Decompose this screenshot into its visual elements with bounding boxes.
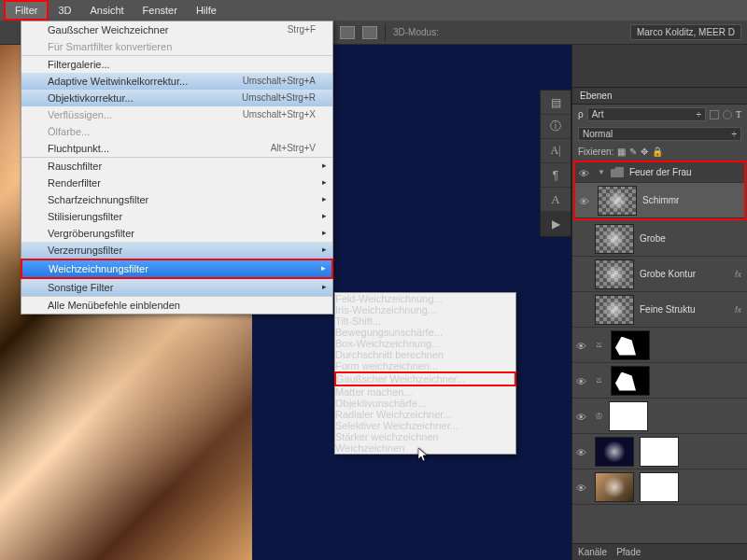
lock-all-icon[interactable]: 🔒 [652,147,663,157]
layer-group-row[interactable]: 👁 ▼ Feuer der Frau [575,162,744,183]
dock-info-icon[interactable]: ⓘ [541,115,571,139]
submenu-blur-more[interactable]: Stärker weichzeichnen [335,431,515,442]
visibility-icon[interactable]: 👁 [576,376,589,385]
layers-list: 👁 ▼ Feuer der Frau 👁 Schimmr Grobe [572,160,747,543]
layer-name: Grobe Kontur [640,269,696,279]
layer-row[interactable]: 👁 [572,469,747,505]
tab-pfade[interactable]: Pfade [616,547,641,557]
lock-move-icon[interactable]: ✥ [641,147,648,157]
menu-filter-gallery[interactable]: Filtergalerie... [21,56,332,73]
menu-ansicht[interactable]: Ansicht [81,2,134,19]
dock-histogram-icon[interactable]: ▤ [541,91,571,115]
submenu-gaussian-blur[interactable]: Gaußscher Weichzeichner... [336,373,514,385]
menu-adaptive-wide[interactable]: Adaptive Weitwinkelkorrektur...Umschalt+… [21,73,332,90]
visibility-icon[interactable] [576,234,589,244]
menu-filter[interactable]: Filter [4,0,49,21]
visibility-icon[interactable]: 👁 [576,447,589,456]
submenu-tilt-shift: Tilt-Shift... [335,315,515,327]
menu-sharpen[interactable]: Scharfzeichnungsfilter [21,191,332,208]
menu-stylize[interactable]: Stilisierungsfilter [21,208,332,225]
layer-row[interactable]: Grobe [572,221,747,257]
dock-paragraph-icon[interactable]: ¶ [541,163,571,188]
blend-mode-select[interactable]: Normal÷ [578,127,741,141]
menu-lens-correction[interactable]: Objektivkorrektur...Umschalt+Strg+R [21,90,332,106]
menu-hilfe[interactable]: Hilfe [187,2,226,19]
filter-menu-dropdown: Gaußscher WeichzeichnerStrg+F Für Smartf… [21,21,333,315]
menu-fenster[interactable]: Fenster [134,2,187,19]
layer-row[interactable]: 👁 ద [572,328,747,363]
filter-text-icon[interactable]: T [736,109,741,119]
lock-brush-icon[interactable]: ✎ [629,147,637,157]
submenu-average[interactable]: Durchschnitt berechnen [335,349,515,360]
right-panel: Ebenen ρ Art÷ T Normal÷ Fixieren: ▦ ✎ ✥ … [571,45,747,560]
layer-row[interactable]: Grobe Kontur fx [572,257,747,292]
tool-icon[interactable] [340,26,355,39]
submenu-field-blur: Feld-Weichzeichnung... [335,293,515,304]
layer-thumb[interactable] [598,186,637,216]
submenu-selective-blur[interactable]: Selektiver Weichzeichner... [335,420,515,431]
visibility-icon[interactable]: 👁 [576,341,589,350]
submenu-shape-blur[interactable]: Form weichzeichnen... [335,360,515,371]
fx-badge[interactable]: fx [735,270,741,279]
tab-kanale[interactable]: Kanäle [578,547,607,557]
layer-row[interactable]: 👁 ద [572,363,747,399]
layer-row[interactable]: 👁 ♔ [572,399,747,434]
filter-adjust-icon[interactable] [723,110,732,119]
menu-liquify: Verflüssigen...Umschalt+Strg+X [21,106,332,123]
layer-row[interactable]: 👁 [572,434,747,469]
submenu-motion-blur[interactable]: Bewegungsunschärfe... [335,327,515,338]
layer-row-selected[interactable]: 👁 Schimmr [575,183,744,218]
visibility-icon[interactable]: 👁 [579,168,592,177]
layer-thumb[interactable] [595,437,634,467]
submenu-lens-blur: Objektivunschärfe... [335,398,515,409]
menu-distort[interactable]: Verzerrungsfilter [21,242,332,259]
layer-thumb[interactable] [611,330,650,360]
dock-play-icon[interactable]: ▶ [541,212,571,236]
visibility-icon[interactable] [576,270,589,279]
menu-vanishing-point[interactable]: Fluchtpunkt...Alt+Strg+V [21,140,332,158]
menu-noise[interactable]: Rauschfilter [21,158,332,175]
layer-row[interactable]: Feine Struktu fx [572,292,747,328]
visibility-icon[interactable] [576,305,589,315]
menu-last-filter[interactable]: Gaußscher WeichzeichnerStrg+F [21,21,332,38]
visibility-icon[interactable]: 👁 [576,483,589,492]
submenu-box-blur[interactable]: Box-Weichzeichnung... [335,338,515,349]
layer-thumb[interactable] [595,472,634,502]
submenu-radial-blur[interactable]: Radialer Weichzeichner... [335,409,515,420]
layer-mask-thumb[interactable] [640,472,679,502]
menubar: Filter 3D Ansicht Fenster Hilfe [0,0,747,21]
menu-pixelate[interactable]: Vergröberungsfilter [21,225,332,242]
layer-filter-select[interactable]: Art÷ [587,107,706,121]
menu-render[interactable]: Renderfilter [21,175,332,191]
submenu-matte[interactable]: Matter machen... [335,386,515,398]
layer-thumb[interactable] [611,366,650,396]
layer-mask-thumb[interactable] [640,437,679,467]
dock-text-icon[interactable]: A| [541,139,571,163]
menu-blur[interactable]: Weichzeichnungsfilter [22,260,331,277]
channels-paths-tabs: Kanäle Pfade [572,543,747,560]
layer-thumb[interactable] [595,295,634,325]
visibility-icon[interactable]: 👁 [576,412,589,421]
mouse-cursor [418,448,430,463]
side-dock: ▤ ⓘ A| ¶ A ▶ [540,90,571,237]
layer-name: Feuer der Frau [629,167,692,177]
layer-thumb[interactable] [609,401,648,431]
lock-pixels-icon[interactable]: ▦ [617,147,626,157]
layers-panel-tab[interactable]: Ebenen [572,88,747,105]
menu-show-all[interactable]: Alle Menübefehle einblenden [21,297,332,314]
layer-thumb[interactable] [595,224,634,254]
dock-char-icon[interactable]: A [541,188,571,212]
visibility-icon[interactable]: 👁 [579,196,592,205]
menu-other[interactable]: Sonstige Filter [21,279,332,297]
menu-3d[interactable]: 3D [49,2,80,19]
user-badge[interactable]: Marco Kolditz, MEER D [630,24,741,40]
menu-oil-paint: Ölfarbe... [21,123,332,140]
layer-thumb[interactable] [595,259,634,289]
layer-name: Grobe [640,233,666,244]
filter-image-icon[interactable] [710,110,719,119]
tool-icon[interactable] [362,26,377,39]
submenu-iris-blur: Iris-Weichzeichnung... [335,304,515,315]
layer-name: Schimmr [642,195,679,205]
fx-badge[interactable]: fx [735,305,741,315]
layer-name: Feine Struktu [640,304,695,315]
